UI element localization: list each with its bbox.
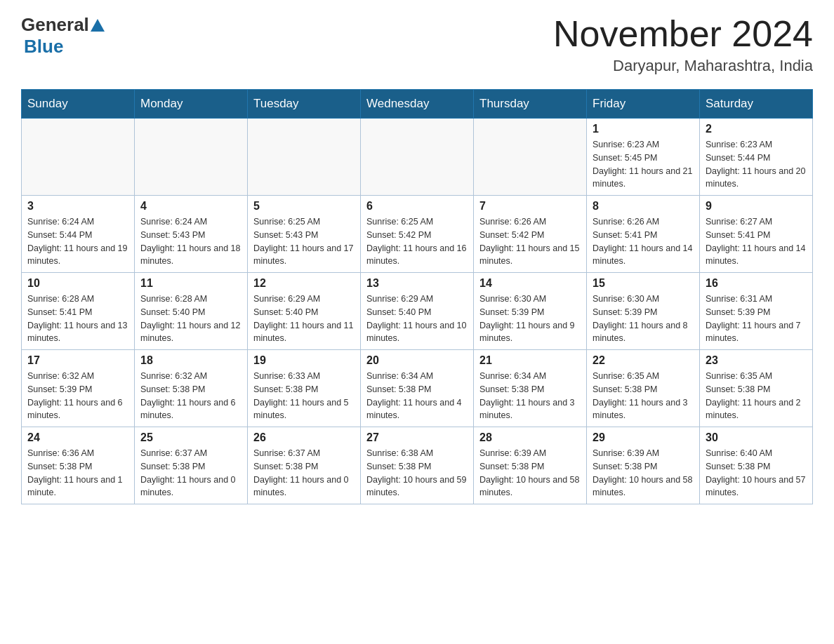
day-number: 11 [140,277,241,290]
day-header-tuesday: Tuesday [248,90,361,119]
day-info: Sunrise: 6:30 AM Sunset: 5:39 PM Dayligh… [593,293,694,345]
calendar-cell: 17Sunrise: 6:32 AM Sunset: 5:39 PM Dayli… [22,350,135,427]
calendar-cell [135,119,248,196]
day-number: 20 [366,354,468,367]
day-info: Sunrise: 6:38 AM Sunset: 5:38 PM Dayligh… [366,447,468,499]
day-number: 24 [27,431,128,444]
day-info: Sunrise: 6:24 AM Sunset: 5:43 PM Dayligh… [140,215,241,268]
calendar-cell: 12Sunrise: 6:29 AM Sunset: 5:40 PM Dayli… [248,273,361,350]
day-number: 16 [706,277,807,290]
day-info: Sunrise: 6:39 AM Sunset: 5:38 PM Dayligh… [593,447,694,499]
calendar-cell [248,119,361,196]
calendar-cell: 30Sunrise: 6:40 AM Sunset: 5:38 PM Dayli… [700,427,813,504]
day-info: Sunrise: 6:26 AM Sunset: 5:41 PM Dayligh… [593,215,694,268]
day-info: Sunrise: 6:32 AM Sunset: 5:38 PM Dayligh… [140,370,241,422]
day-number: 10 [27,277,128,290]
day-info: Sunrise: 6:28 AM Sunset: 5:41 PM Dayligh… [27,293,128,345]
calendar-cell: 23Sunrise: 6:35 AM Sunset: 5:38 PM Dayli… [700,350,813,427]
day-info: Sunrise: 6:24 AM Sunset: 5:44 PM Dayligh… [27,215,128,268]
day-header-monday: Monday [135,90,248,119]
calendar-cell: 20Sunrise: 6:34 AM Sunset: 5:38 PM Dayli… [361,350,474,427]
day-header-saturday: Saturday [700,90,813,119]
calendar-table: SundayMondayTuesdayWednesdayThursdayFrid… [21,89,813,504]
calendar-cell: 15Sunrise: 6:30 AM Sunset: 5:39 PM Dayli… [587,273,700,350]
day-number: 2 [706,123,807,135]
day-info: Sunrise: 6:23 AM Sunset: 5:45 PM Dayligh… [593,138,694,191]
calendar-cell [22,119,135,196]
calendar-cell: 25Sunrise: 6:37 AM Sunset: 5:38 PM Dayli… [135,427,248,504]
calendar-cell: 24Sunrise: 6:36 AM Sunset: 5:38 PM Dayli… [22,427,135,504]
calendar-header: SundayMondayTuesdayWednesdayThursdayFrid… [22,90,813,119]
calendar-cell: 1Sunrise: 6:23 AM Sunset: 5:45 PM Daylig… [587,119,700,196]
logo-blue: Blue [24,36,63,57]
month-title: November 2024 [553,14,813,54]
day-number: 1 [593,123,694,135]
location-title: Daryapur, Maharashtra, India [553,57,813,75]
calendar-body: 1Sunrise: 6:23 AM Sunset: 5:45 PM Daylig… [22,119,813,504]
calendar-cell [361,119,474,196]
day-info: Sunrise: 6:29 AM Sunset: 5:40 PM Dayligh… [366,293,468,345]
day-number: 25 [140,431,241,444]
day-number: 15 [593,277,694,290]
calendar-cell: 26Sunrise: 6:37 AM Sunset: 5:38 PM Dayli… [248,427,361,504]
calendar-week-1: 1Sunrise: 6:23 AM Sunset: 5:45 PM Daylig… [22,119,813,196]
logo-text: General [21,14,106,36]
calendar-cell: 9Sunrise: 6:27 AM Sunset: 5:41 PM Daylig… [700,196,813,273]
day-number: 7 [479,200,581,213]
day-number: 22 [593,354,694,367]
day-info: Sunrise: 6:25 AM Sunset: 5:43 PM Dayligh… [253,215,355,268]
calendar-cell: 5Sunrise: 6:25 AM Sunset: 5:43 PM Daylig… [248,196,361,273]
calendar-cell [474,119,587,196]
logo: General Blue [21,14,106,58]
day-info: Sunrise: 6:31 AM Sunset: 5:39 PM Dayligh… [706,293,807,345]
calendar-cell: 7Sunrise: 6:26 AM Sunset: 5:42 PM Daylig… [474,196,587,273]
day-info: Sunrise: 6:23 AM Sunset: 5:44 PM Dayligh… [706,138,807,191]
day-info: Sunrise: 6:40 AM Sunset: 5:38 PM Dayligh… [706,447,807,499]
logo-general: General [21,14,89,36]
day-info: Sunrise: 6:35 AM Sunset: 5:38 PM Dayligh… [593,370,694,422]
calendar-cell: 16Sunrise: 6:31 AM Sunset: 5:39 PM Dayli… [700,273,813,350]
day-number: 9 [706,200,807,213]
day-number: 23 [706,354,807,367]
day-number: 12 [253,277,355,290]
calendar-cell: 3Sunrise: 6:24 AM Sunset: 5:44 PM Daylig… [22,196,135,273]
day-number: 18 [140,354,241,367]
day-number: 3 [27,200,128,213]
days-of-week-row: SundayMondayTuesdayWednesdayThursdayFrid… [22,90,813,119]
calendar-cell: 4Sunrise: 6:24 AM Sunset: 5:43 PM Daylig… [135,196,248,273]
day-number: 4 [140,200,241,213]
day-info: Sunrise: 6:33 AM Sunset: 5:38 PM Dayligh… [253,370,355,422]
calendar-cell: 13Sunrise: 6:29 AM Sunset: 5:40 PM Dayli… [361,273,474,350]
day-number: 28 [479,431,581,444]
day-header-wednesday: Wednesday [361,90,474,119]
day-number: 14 [479,277,581,290]
calendar-cell: 22Sunrise: 6:35 AM Sunset: 5:38 PM Dayli… [587,350,700,427]
calendar-week-4: 17Sunrise: 6:32 AM Sunset: 5:39 PM Dayli… [22,350,813,427]
day-header-thursday: Thursday [474,90,587,119]
day-info: Sunrise: 6:35 AM Sunset: 5:38 PM Dayligh… [706,370,807,422]
day-info: Sunrise: 6:34 AM Sunset: 5:38 PM Dayligh… [479,370,581,422]
day-number: 8 [593,200,694,213]
day-info: Sunrise: 6:37 AM Sunset: 5:38 PM Dayligh… [140,447,241,499]
day-info: Sunrise: 6:28 AM Sunset: 5:40 PM Dayligh… [140,293,241,345]
day-info: Sunrise: 6:32 AM Sunset: 5:39 PM Dayligh… [27,370,128,422]
day-number: 30 [706,431,807,444]
day-info: Sunrise: 6:30 AM Sunset: 5:39 PM Dayligh… [479,293,581,345]
calendar-cell: 29Sunrise: 6:39 AM Sunset: 5:38 PM Dayli… [587,427,700,504]
day-info: Sunrise: 6:34 AM Sunset: 5:38 PM Dayligh… [366,370,468,422]
day-header-friday: Friday [587,90,700,119]
calendar-cell: 10Sunrise: 6:28 AM Sunset: 5:41 PM Dayli… [22,273,135,350]
day-info: Sunrise: 6:26 AM Sunset: 5:42 PM Dayligh… [479,215,581,268]
calendar-cell: 8Sunrise: 6:26 AM Sunset: 5:41 PM Daylig… [587,196,700,273]
day-info: Sunrise: 6:25 AM Sunset: 5:42 PM Dayligh… [366,215,468,268]
day-header-sunday: Sunday [22,90,135,119]
day-info: Sunrise: 6:27 AM Sunset: 5:41 PM Dayligh… [706,215,807,268]
calendar-week-5: 24Sunrise: 6:36 AM Sunset: 5:38 PM Dayli… [22,427,813,504]
calendar-week-2: 3Sunrise: 6:24 AM Sunset: 5:44 PM Daylig… [22,196,813,273]
calendar-cell: 11Sunrise: 6:28 AM Sunset: 5:40 PM Dayli… [135,273,248,350]
calendar-cell: 27Sunrise: 6:38 AM Sunset: 5:38 PM Dayli… [361,427,474,504]
title-block: November 2024 Daryapur, Maharashtra, Ind… [553,14,813,75]
day-number: 19 [253,354,355,367]
day-info: Sunrise: 6:29 AM Sunset: 5:40 PM Dayligh… [253,293,355,345]
day-number: 17 [27,354,128,367]
